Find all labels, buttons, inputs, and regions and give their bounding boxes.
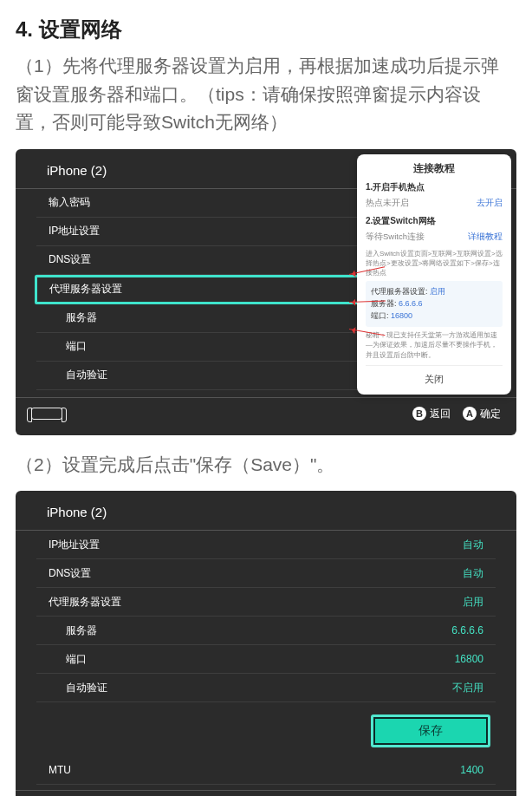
popup-sec1-link[interactable]: 去开启 xyxy=(477,198,503,209)
label: DNS设置 xyxy=(49,252,91,267)
row-server[interactable]: 服务器 6.6.6.6 xyxy=(36,617,496,645)
popup-sec2-status: 等待Switch连接 xyxy=(366,232,425,243)
step1-description: （1）先将代理服务器设置为启用，再根据加速成功后提示弹窗设置服务器和端口。（ti… xyxy=(16,52,516,137)
section-heading: 4. 设置网络 xyxy=(16,16,532,43)
value: 启用 xyxy=(463,595,483,610)
label: 服务器 xyxy=(66,623,97,638)
ok-button[interactable]: A确定 xyxy=(463,407,501,421)
label: 代理服务器设置 xyxy=(49,595,121,610)
step2-description: （2）设置完成后点击"保存（Save）"。 xyxy=(16,451,516,480)
label: DNS设置 xyxy=(49,566,91,581)
a-key-icon: A xyxy=(463,407,477,421)
value: 1400 xyxy=(460,764,483,776)
popup-sec1-status: 热点未开启 xyxy=(366,198,409,209)
screenshot-2: iPhone (2) IP地址设置 自动 DNS设置 自动 代理服务器设置 启用… xyxy=(16,491,516,796)
popup-path-note: 进入Switch设置页面>互联网>互联网设置>选择热点>更改设置>将网络设置如下… xyxy=(366,249,503,278)
row-port[interactable]: 端口 16800 xyxy=(36,645,496,674)
screen1-footer: B返回 A确定 xyxy=(16,397,516,430)
popup-tip-note: 秘籍：现已支持任天堂第一方游戏通用加速—为保证效果，加速后尽量不要操作手机，并且… xyxy=(366,330,503,360)
label: 输入密码 xyxy=(49,195,90,210)
row-proxy[interactable]: 代理服务器设置 启用 xyxy=(36,588,496,617)
popup-sec2-title: 2.设置Switch网络 xyxy=(366,215,503,227)
screen2-footer: B返回 A确定 xyxy=(16,790,516,796)
console-icon-area xyxy=(31,408,62,420)
screen2-title: iPhone (2) xyxy=(16,491,516,531)
label: 端口 xyxy=(66,652,87,667)
section-number: 4. xyxy=(16,17,33,41)
popup-sec2-link[interactable]: 详细教程 xyxy=(468,232,503,243)
screen2-settings-list: IP地址设置 自动 DNS设置 自动 代理服务器设置 启用 服务器 6.6.6.… xyxy=(16,531,516,790)
tutorial-popup: 连接教程 1.开启手机热点 热点未开启 去开启 2.设置Switch网络 等待S… xyxy=(357,154,511,395)
label: IP地址设置 xyxy=(49,538,100,552)
row-auth[interactable]: 自动验证 不启用 xyxy=(36,674,496,702)
label: IP地址设置 xyxy=(49,224,100,238)
value: 不启用 xyxy=(452,681,483,695)
value: 自动 xyxy=(463,566,483,581)
b-key-icon: B xyxy=(412,407,426,421)
popup-close-button[interactable]: 关闭 xyxy=(366,365,503,388)
back-button[interactable]: B返回 xyxy=(412,407,451,421)
label: 自动验证 xyxy=(66,368,107,382)
label: 自动验证 xyxy=(66,681,107,695)
save-area: 保存 xyxy=(16,702,516,756)
label: MTU xyxy=(49,764,71,776)
save-button[interactable]: 保存 xyxy=(371,714,490,747)
popup-title: 连接教程 xyxy=(366,161,503,176)
value: 6.6.6.6 xyxy=(451,624,483,636)
label: 代理服务器设置 xyxy=(49,282,122,297)
value: 自动 xyxy=(463,538,483,552)
popup-info-box: 代理服务器设置: 启用 服务器: 6.6.6.6 端口: 16800 xyxy=(366,281,503,327)
row-ip[interactable]: IP地址设置 自动 xyxy=(36,531,496,559)
switch-console-icon xyxy=(31,408,62,420)
popup-sec1-title: 1.开启手机热点 xyxy=(366,181,503,193)
row-dns[interactable]: DNS设置 自动 xyxy=(36,559,496,588)
row-mtu[interactable]: MTU 1400 xyxy=(36,756,496,785)
section-title-text: 设置网络 xyxy=(39,17,122,41)
label: 服务器 xyxy=(66,310,97,325)
value: 16800 xyxy=(455,653,483,665)
screenshot-1: iPhone (2) 输入密码 ····· IP地址设置 自动 DNS设置 自动… xyxy=(16,149,516,435)
label: 端口 xyxy=(66,339,87,354)
